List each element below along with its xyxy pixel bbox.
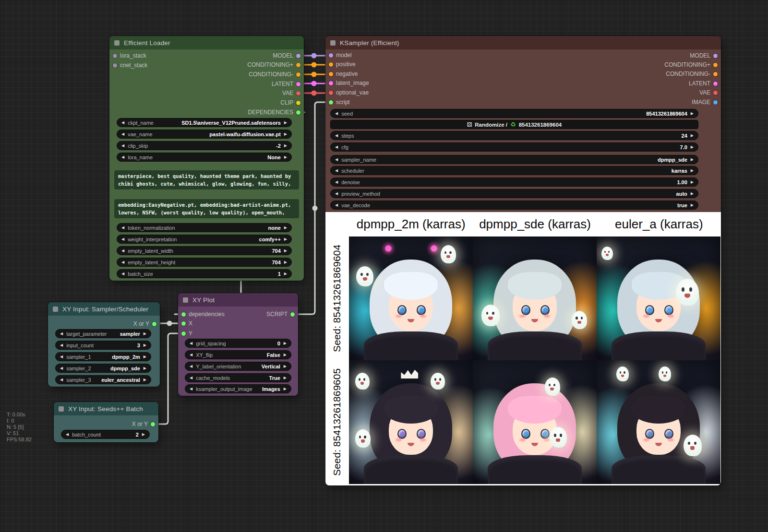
right-arrow-icon[interactable]: ▶ bbox=[284, 249, 287, 253]
port-dot[interactable] bbox=[329, 81, 333, 85]
port-dot[interactable] bbox=[181, 331, 186, 336]
right-arrow-icon[interactable]: ▶ bbox=[144, 332, 146, 336]
node-xy-input-seeds-batch[interactable]: XY Input: Seeds++ Batch X or Y ◀ batch_c… bbox=[54, 402, 158, 442]
port-negative-in[interactable]: negative bbox=[329, 70, 358, 78]
node-ksampler-efficient[interactable]: KSampler (Efficient) model positive nega… bbox=[325, 36, 721, 485]
left-arrow-icon[interactable]: ◀ bbox=[335, 112, 338, 116]
right-arrow-icon[interactable]: ▶ bbox=[144, 355, 146, 359]
widget-sampler-name[interactable]: ◀ sampler_name dpmpp_sde ▶ bbox=[330, 155, 698, 164]
port-dot[interactable] bbox=[296, 91, 300, 95]
port-x-or-y-out[interactable]: X or Y bbox=[133, 319, 156, 328]
port-dot[interactable] bbox=[113, 54, 117, 58]
port-dot[interactable] bbox=[329, 72, 333, 76]
port-dot[interactable] bbox=[329, 91, 333, 95]
widget-ksampler-output-image[interactable]: ◀ ksampler_output_image Images ▶ bbox=[185, 384, 291, 393]
node-xy-plot[interactable]: XY Plot dependencies X Y SCRIPT ◀ grid_s… bbox=[178, 293, 298, 396]
port-dot[interactable] bbox=[713, 72, 718, 76]
port-dot[interactable] bbox=[181, 312, 186, 317]
port-image-out[interactable]: IMAGE bbox=[692, 98, 718, 106]
right-arrow-icon[interactable]: ▶ bbox=[284, 353, 287, 357]
port-cnet-stack[interactable]: cnet_stack bbox=[113, 61, 147, 70]
port-latent-out[interactable]: LATENT bbox=[689, 79, 718, 88]
left-arrow-icon[interactable]: ◀ bbox=[60, 343, 63, 347]
right-arrow-icon[interactable]: ▶ bbox=[284, 365, 287, 368]
port-positive-in[interactable]: positive bbox=[329, 60, 356, 69]
node-header[interactable]: XY Plot bbox=[178, 293, 298, 307]
left-arrow-icon[interactable]: ◀ bbox=[190, 365, 192, 368]
left-arrow-icon[interactable]: ◀ bbox=[190, 387, 192, 391]
left-arrow-icon[interactable]: ◀ bbox=[121, 226, 124, 230]
right-arrow-icon[interactable]: ▶ bbox=[284, 376, 287, 380]
widget-cfg[interactable]: ◀ cfg 7.0 ▶ bbox=[330, 142, 698, 152]
right-arrow-icon[interactable]: ▶ bbox=[691, 192, 694, 196]
right-arrow-icon[interactable]: ▶ bbox=[144, 366, 146, 370]
right-arrow-icon[interactable]: ▶ bbox=[284, 237, 287, 241]
widget-cache-models[interactable]: ◀ cache_models True ▶ bbox=[185, 373, 291, 382]
left-arrow-icon[interactable]: ◀ bbox=[335, 192, 338, 196]
port-model-in[interactable]: model bbox=[329, 51, 352, 59]
node-header[interactable]: KSampler (Efficient) bbox=[325, 36, 721, 49]
right-arrow-icon[interactable]: ▶ bbox=[691, 203, 694, 207]
right-arrow-icon[interactable]: ▶ bbox=[284, 226, 287, 230]
node-graph-canvas[interactable]: Efficient Loader lora_stack cnet_stack M… bbox=[0, 0, 768, 532]
right-arrow-icon[interactable]: ▶ bbox=[691, 145, 694, 149]
left-arrow-icon[interactable]: ◀ bbox=[190, 342, 192, 345]
widget-preview-method[interactable]: ◀ preview_method auto ▶ bbox=[330, 189, 698, 198]
left-arrow-icon[interactable]: ◀ bbox=[335, 145, 338, 149]
right-arrow-icon[interactable]: ▶ bbox=[691, 180, 694, 184]
left-arrow-icon[interactable]: ◀ bbox=[335, 203, 338, 207]
port-script-in[interactable]: script bbox=[329, 98, 350, 106]
left-arrow-icon[interactable]: ◀ bbox=[335, 180, 338, 184]
node-header[interactable]: XY Input: Sampler/Scheduler bbox=[48, 302, 160, 316]
port-conditioning-pos-out[interactable]: CONDITIONING+ bbox=[247, 60, 300, 69]
port-dot[interactable] bbox=[151, 422, 155, 426]
port-dot[interactable] bbox=[329, 100, 333, 105]
right-arrow-icon[interactable]: ▶ bbox=[284, 260, 287, 264]
collapse-box-icon[interactable] bbox=[114, 40, 120, 46]
port-dot[interactable] bbox=[296, 110, 300, 115]
port-dot[interactable] bbox=[296, 82, 300, 86]
port-dependencies-in[interactable]: dependencies bbox=[181, 310, 225, 319]
right-arrow-icon[interactable]: ▶ bbox=[691, 158, 694, 162]
widget-ckpt-name[interactable]: ◀ ckpt_name SD1.5\aniverse_V12Pruned.saf… bbox=[117, 118, 292, 127]
right-arrow-icon[interactable]: ▶ bbox=[284, 155, 287, 159]
widget-input-count[interactable]: ◀ input_count 3 ▶ bbox=[55, 341, 151, 350]
collapse-box-icon[interactable] bbox=[53, 307, 58, 312]
port-conditioning-pos-out[interactable]: CONDITIONING+ bbox=[664, 60, 718, 69]
widget-denoise[interactable]: ◀ denoise 1.00 ▶ bbox=[330, 177, 698, 187]
port-optional-vae-in[interactable]: optional_vae bbox=[329, 88, 369, 97]
left-arrow-icon[interactable]: ◀ bbox=[60, 366, 63, 370]
left-arrow-icon[interactable]: ◀ bbox=[335, 158, 338, 162]
widget-sampler-1[interactable]: ◀ sampler_1 dpmpp_2m ▶ bbox=[55, 352, 151, 361]
port-dot[interactable] bbox=[713, 91, 718, 95]
widget-vae-name[interactable]: ◀ vae_name pastel-waifu-diffusion.vae.pt… bbox=[117, 130, 292, 139]
right-arrow-icon[interactable]: ▶ bbox=[144, 378, 146, 382]
right-arrow-icon[interactable]: ▶ bbox=[691, 112, 694, 116]
right-arrow-icon[interactable]: ▶ bbox=[284, 387, 287, 391]
right-arrow-icon[interactable]: ▶ bbox=[144, 343, 146, 347]
port-dependencies-out[interactable]: DEPENDENCIES bbox=[248, 108, 300, 117]
port-dot[interactable] bbox=[296, 72, 300, 77]
widget-token-normalization[interactable]: ◀ token_normalization none ▶ bbox=[117, 223, 292, 232]
right-arrow-icon[interactable]: ▶ bbox=[284, 121, 287, 125]
right-arrow-icon[interactable]: ▶ bbox=[142, 433, 145, 437]
widget-empty-latent-width[interactable]: ◀ empty_latent_width 704 ▶ bbox=[117, 246, 292, 255]
collapse-box-icon[interactable] bbox=[59, 406, 64, 412]
widget-sampler-2[interactable]: ◀ sampler_2 dpmpp_sde ▶ bbox=[55, 364, 151, 373]
right-arrow-icon[interactable]: ▶ bbox=[284, 132, 287, 136]
port-vae-out[interactable]: VAE bbox=[282, 89, 300, 97]
right-arrow-icon[interactable]: ▶ bbox=[691, 134, 694, 138]
port-conditioning-neg-out[interactable]: CONDITIONING- bbox=[666, 70, 718, 78]
left-arrow-icon[interactable]: ◀ bbox=[121, 237, 124, 241]
port-dot[interactable] bbox=[296, 101, 300, 105]
port-dot[interactable] bbox=[113, 63, 117, 68]
port-y-in[interactable]: Y bbox=[181, 329, 192, 338]
right-arrow-icon[interactable]: ▶ bbox=[284, 144, 287, 148]
port-vae-out[interactable]: VAE bbox=[699, 88, 718, 97]
positive-prompt-textarea[interactable]: masterpiece, best quality, haunted theme… bbox=[114, 170, 299, 189]
left-arrow-icon[interactable]: ◀ bbox=[121, 260, 124, 264]
right-arrow-icon[interactable]: ▶ bbox=[284, 342, 287, 345]
left-arrow-icon[interactable]: ◀ bbox=[190, 376, 192, 380]
right-arrow-icon[interactable]: ▶ bbox=[284, 272, 287, 276]
port-dot[interactable] bbox=[290, 312, 295, 317]
